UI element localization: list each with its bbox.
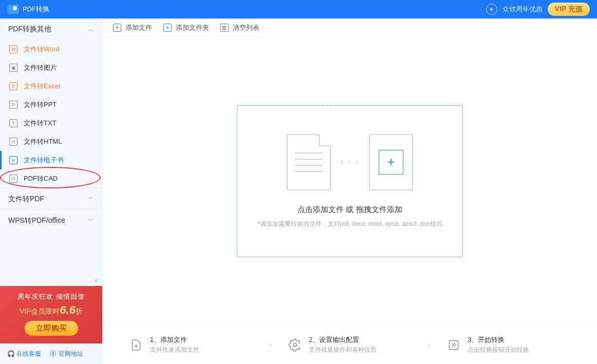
sidebar-item-label: 文件转Excel — [24, 82, 60, 91]
dropzone-subtitle: *请添加需要转换的文件，支持pdf, docx, mobi, epub, azw… — [257, 220, 442, 228]
step-desc: 支持批量操作和各种设置 — [309, 346, 377, 354]
add-file-step-icon — [128, 337, 144, 353]
file-html-icon: H — [9, 138, 17, 146]
sidebar-group-wps[interactable]: WPS转PDF/office ﹀ — [0, 209, 102, 231]
step-title: 2、设置输出配置 — [309, 335, 377, 344]
step-desc: 点击转换按钮开始转换 — [468, 346, 529, 354]
target-box-icon: + — [369, 134, 413, 190]
step-title: 1、添加文件 — [150, 335, 199, 344]
group-label: 文件转PDF — [8, 195, 44, 204]
step-2: 2、设置输出配置支持批量操作和各种设置 — [287, 335, 413, 354]
dropzone-graphic: › › › + — [287, 134, 413, 190]
promo-banner: 周年庆狂欢 倾情回馈 VIP会员限时6.6折 立即购买 — [0, 286, 102, 343]
sidebar-item-label: PDF转CAD — [24, 174, 58, 183]
globe-icon: ⓔ — [49, 350, 57, 357]
sidebar-item-label: 文件转Word — [24, 45, 60, 54]
plus-folder-icon: + — [163, 24, 172, 32]
sidebar-item-label: 文件转电子书 — [24, 156, 64, 165]
promo-buy-button[interactable]: 立即购买 — [25, 321, 78, 336]
promo-headline: 周年庆狂欢 倾情回馈 — [0, 292, 102, 301]
sidebar-footer: 🎧在线客服 ⓔ官网地址 — [0, 343, 102, 364]
sidebar-item-label: 文件转PPT — [24, 100, 57, 109]
svg-point-0 — [293, 343, 297, 347]
sidebar-item-cad[interactable]: ⌬PDF转CAD — [0, 169, 102, 188]
toolbar: + 添加文件 + 添加文件夹 🗑 清空列表 — [103, 18, 597, 37]
sidebar-item-ppt[interactable]: P文件转PPT — [0, 95, 102, 114]
trash-icon: 🗑 — [220, 24, 229, 32]
file-txt-icon: T — [9, 119, 17, 127]
plus-icon: + — [379, 150, 403, 175]
promo-close-button[interactable]: × — [0, 276, 102, 286]
dropzone[interactable]: › › › + 点击添加文件 或 拖拽文件添加 *请添加需要转换的文件，支持pd… — [237, 105, 463, 257]
clear-list-button[interactable]: 🗑 清空列表 — [220, 23, 259, 32]
plus-file-icon: + — [113, 24, 121, 32]
chevron-down-icon: ﹀ — [88, 195, 94, 203]
file-ppt-icon: P — [9, 101, 17, 109]
chevron-right-icon: › — [269, 340, 272, 350]
steps-bar: 1、添加文件支持批量添加文件 › 2、设置输出配置支持批量操作和各种设置 › 3… — [103, 325, 597, 364]
step-1: 1、添加文件支持批量添加文件 — [128, 335, 254, 354]
vip-recharge-button[interactable]: VIP 充值 — [548, 3, 590, 16]
file-ebook-icon: e — [9, 156, 17, 164]
online-support-link[interactable]: 🎧在线客服 — [7, 350, 41, 358]
chevron-up-icon: ︿ — [88, 25, 94, 34]
document-icon — [287, 134, 331, 190]
step-desc: 支持批量添加文件 — [150, 346, 199, 354]
headset-icon: 🎧 — [7, 350, 14, 357]
sidebar-item-image[interactable]: ▣文件转图片 — [0, 59, 102, 77]
file-word-icon: W — [9, 45, 17, 53]
sidebar-item-html[interactable]: H文件转HTML — [0, 132, 102, 151]
group-label: WPS转PDF/office — [8, 216, 65, 225]
anniversary-text: 众软周年优惠 — [502, 5, 543, 14]
sidebar-group-pdf-to-other[interactable]: PDF转换其他 ︿ — [0, 18, 102, 40]
gear-step-icon — [287, 337, 303, 353]
official-site-link[interactable]: ⓔ官网地址 — [49, 350, 83, 358]
anniversary-icon: ✦ — [486, 4, 497, 15]
sidebar-group-to-pdf[interactable]: 文件转PDF ﹀ — [0, 188, 102, 209]
file-cad-icon: ⌬ — [9, 175, 17, 183]
sidebar-item-label: 文件转图片 — [24, 63, 57, 72]
file-excel-icon: E — [9, 82, 17, 90]
sidebar-item-ebook[interactable]: e文件转电子书 — [0, 151, 102, 169]
title-bar: PDF转换 ✦ 众软周年优惠 VIP 充值 — [0, 0, 597, 18]
arrows-icon: › › › — [340, 157, 360, 167]
workarea: › › › + 点击添加文件 或 拖拽文件添加 *请添加需要转换的文件，支持pd… — [103, 37, 597, 325]
sidebar-item-txt[interactable]: T文件转TXT — [0, 114, 102, 132]
main-panel: PDF转换 PDF操作 文字识别 CAD转换 图片转换 特色转换▾ + 添加文件… — [103, 18, 597, 364]
chevron-right-icon: › — [428, 340, 431, 350]
sidebar-item-label: 文件转TXT — [24, 119, 57, 128]
add-folder-button[interactable]: + 添加文件夹 — [163, 23, 209, 32]
sidebar-item-excel[interactable]: E文件转Excel — [0, 77, 102, 95]
chevron-down-icon: ﹀ — [88, 216, 94, 225]
file-image-icon: ▣ — [9, 64, 17, 72]
app-name: PDF转换 — [23, 5, 49, 14]
dropzone-title: 点击添加文件 或 拖拽文件添加 — [297, 205, 402, 215]
sidebar-item-label: 文件转HTML — [24, 137, 62, 146]
app-logo-icon — [7, 5, 18, 14]
add-file-button[interactable]: + 添加文件 — [113, 23, 152, 32]
step-title: 3、开始转换 — [468, 335, 529, 344]
group-label: PDF转换其他 — [8, 25, 51, 34]
convert-step-icon — [446, 337, 461, 353]
sidebar-item-word[interactable]: W文件转Word — [0, 40, 102, 59]
promo-subhead: VIP会员限时6.6折 — [0, 303, 102, 317]
step-3: 3、开始转换点击转换按钮开始转换 — [446, 335, 571, 354]
sidebar: PDF转换其他 ︿ W文件转Word ▣文件转图片 E文件转Excel P文件转… — [0, 18, 103, 364]
